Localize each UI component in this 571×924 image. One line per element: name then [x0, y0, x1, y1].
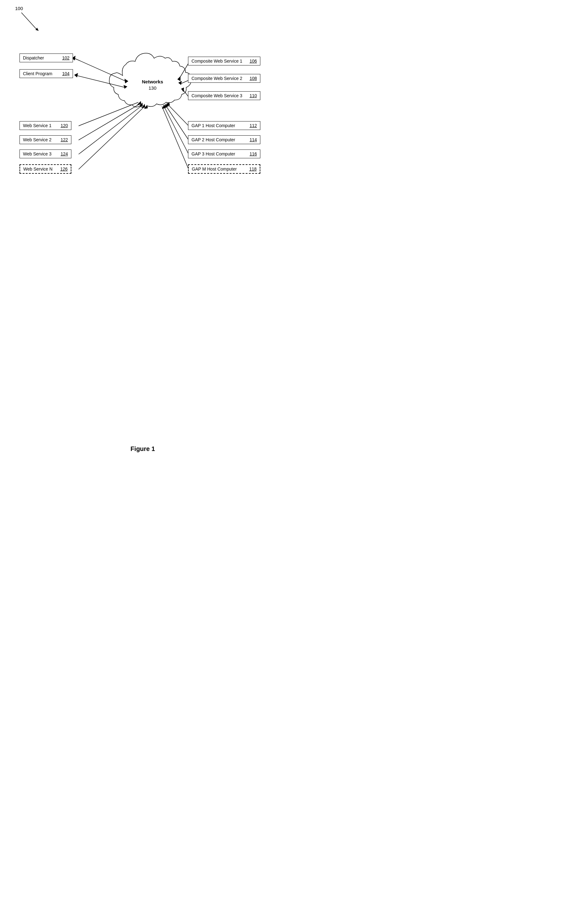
ws1-label: Web Service 1 — [23, 123, 52, 128]
ws1-node: Web Service 1 120 — [20, 121, 71, 130]
svg-marker-17 — [181, 88, 184, 92]
svg-line-0 — [22, 12, 37, 30]
svg-marker-29 — [165, 103, 168, 107]
wsn-node: Web Service N 126 — [20, 164, 71, 174]
dispatcher-label: Dispatcher — [23, 56, 44, 60]
gap3-node: GAP 3 Host Computer 116 — [188, 150, 260, 158]
svg-marker-9 — [74, 73, 78, 77]
svg-marker-5 — [125, 79, 128, 84]
wsn-label: Web Service N — [23, 167, 52, 172]
cloud-shape: Networks 130 — [110, 53, 191, 107]
svg-line-13 — [181, 80, 189, 84]
svg-line-22 — [79, 105, 142, 154]
gap1-label: GAP 1 Host Computer — [191, 123, 235, 128]
gap3-ref: 116 — [250, 152, 257, 156]
client-program-node: Client Program 104 — [20, 69, 73, 78]
gap1-ref: 112 — [250, 123, 257, 128]
figure-label: Figure 1 — [131, 445, 155, 453]
ws2-node: Web Service 2 122 — [20, 135, 71, 144]
svg-marker-11 — [177, 76, 181, 81]
gap2-node: GAP 2 Host Computer 114 — [188, 135, 260, 144]
cws3-node: Composite Web Service 3 110 — [188, 91, 260, 100]
gapm-ref: 118 — [249, 167, 256, 172]
svg-line-4 — [74, 58, 126, 81]
svg-marker-19 — [137, 101, 141, 105]
svg-marker-27 — [166, 102, 170, 106]
ref-100-arrow — [18, 9, 43, 35]
svg-marker-21 — [139, 102, 143, 106]
svg-text:130: 130 — [148, 85, 156, 91]
gap2-label: GAP 2 Host Computer — [191, 137, 235, 142]
svg-line-30 — [164, 105, 189, 154]
ws2-ref: 122 — [61, 137, 68, 142]
ws2-label: Web Service 2 — [23, 137, 52, 142]
svg-marker-14 — [178, 81, 182, 85]
page-container: 100 Networks 130 — [0, 0, 286, 462]
dispatcher-ref: 102 — [62, 56, 69, 60]
cws1-node: Composite Web Service 1 106 — [188, 57, 260, 65]
cws1-ref: 106 — [250, 59, 257, 63]
svg-line-20 — [79, 104, 140, 140]
cws1-label: Composite Web Service 1 — [191, 59, 242, 63]
svg-text:Networks: Networks — [142, 79, 163, 84]
cws2-node: Composite Web Service 2 108 — [188, 74, 260, 83]
svg-line-7 — [77, 76, 125, 88]
cws2-label: Composite Web Service 2 — [191, 76, 242, 81]
ws1-ref: 120 — [61, 123, 68, 128]
cws3-label: Composite Web Service 3 — [191, 93, 242, 98]
gap2-ref: 114 — [250, 137, 257, 142]
svg-marker-31 — [164, 104, 167, 108]
dispatcher-node: Dispatcher 102 — [20, 54, 73, 62]
ws3-node: Web Service 3 124 — [20, 150, 71, 158]
gapm-node: GAP M Host Computer 118 — [188, 164, 260, 174]
cws2-ref: 108 — [250, 76, 257, 81]
client-program-ref: 104 — [62, 71, 69, 76]
svg-marker-33 — [162, 104, 166, 109]
svg-line-18 — [79, 102, 138, 126]
svg-marker-23 — [142, 104, 145, 108]
gapm-label: GAP M Host Computer — [192, 167, 237, 172]
svg-line-32 — [162, 106, 189, 169]
gap3-label: GAP 3 Host Computer — [191, 152, 235, 156]
svg-line-24 — [79, 106, 145, 169]
ws3-label: Web Service 3 — [23, 152, 52, 156]
svg-marker-25 — [144, 105, 148, 109]
svg-line-28 — [165, 104, 189, 140]
svg-line-10 — [179, 63, 189, 79]
svg-marker-1 — [35, 28, 39, 31]
svg-marker-8 — [123, 85, 127, 89]
svg-line-26 — [167, 103, 189, 126]
ws3-ref: 124 — [61, 152, 68, 156]
wsn-ref: 126 — [60, 167, 68, 172]
gap1-node: GAP 1 Host Computer 112 — [188, 121, 260, 130]
client-program-label: Client Program — [23, 71, 52, 76]
cws3-ref: 110 — [250, 93, 257, 98]
